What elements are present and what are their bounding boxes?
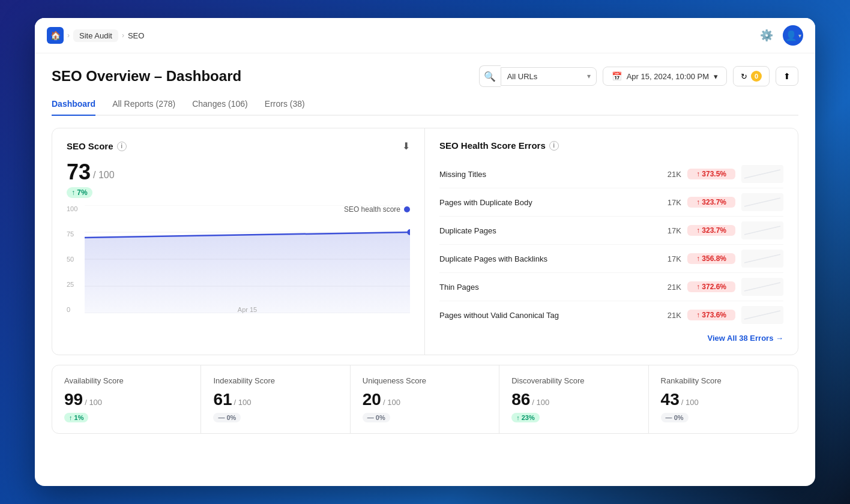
score-card-0: Availability Score 99 / 100 ↑ 1% — [52, 365, 201, 433]
date-picker-button[interactable]: 📅 Apr 15, 2024, 10:00 PM ▾ — [603, 67, 727, 86]
tab-all-reports[interactable]: All Reports (278) — [112, 99, 175, 116]
download-button[interactable]: ⬇ — [402, 140, 410, 152]
mini-chart-4 — [741, 278, 783, 296]
error-count: 21K — [660, 311, 681, 320]
breadcrumb-sep-2: › — [122, 31, 124, 40]
breadcrumb-site-audit[interactable]: Site Audit — [73, 29, 118, 42]
card-score-row-0: 99 / 100 — [64, 391, 188, 408]
card-score-row-2: 20 / 100 — [363, 391, 487, 408]
breadcrumb-sep-1: › — [67, 31, 70, 40]
error-count: 17K — [660, 254, 681, 263]
refresh-icon: ↻ — [741, 72, 747, 81]
seo-score-header: SEO Score i ⬇ — [67, 140, 410, 152]
mini-chart-1 — [741, 193, 783, 211]
error-row: Duplicate Pages 17K ↑ 323.7% — [439, 217, 783, 245]
errors-table: Missing Titles 21K ↑ 373.5% Pages with D… — [439, 160, 783, 329]
seo-health-info-icon[interactable]: i — [549, 141, 559, 151]
settings-button[interactable]: ⚙️ — [756, 25, 777, 46]
score-card-2: Uniqueness Score 20 / 100 — 0% — [351, 365, 499, 433]
card-title-4: Rankability Score — [661, 376, 786, 385]
header-actions: ⚙️ 👤 ▾ — [756, 25, 803, 46]
header-controls: 🔍 All URLs ▾ 📅 Apr 15, 2024, 10:00 PM ▾ … — [479, 65, 798, 87]
error-badge: ↑ 323.7% — [687, 197, 735, 208]
seo-score-panel: SEO Score i ⬇ 73 / 100 ↑ 7% SEO health s… — [52, 128, 425, 355]
avatar-chevron: ▾ — [798, 32, 801, 39]
share-icon: ⬆ — [783, 71, 791, 81]
error-row: Thin Pages 21K ↑ 372.6% — [439, 273, 783, 301]
error-badge: ↑ 373.6% — [687, 310, 735, 320]
mini-chart-5 — [741, 306, 783, 324]
seo-score-change: ↑ 7% — [67, 187, 92, 198]
tab-errors[interactable]: Errors (38) — [265, 99, 305, 116]
url-filter-select[interactable]: All URLs — [501, 67, 597, 86]
search-icon: 🔍 — [479, 65, 501, 87]
y-label-50: 50 — [67, 256, 77, 263]
card-score-0: 99 — [64, 391, 83, 408]
score-card-3: Discoverability Score 86 / 100 ↑ 23% — [499, 365, 648, 433]
card-score-row-4: 43 / 100 — [661, 391, 786, 408]
search-wrap: 🔍 All URLs ▾ — [479, 65, 597, 87]
share-button[interactable]: ⬆ — [776, 67, 798, 86]
card-title-2: Uniqueness Score — [363, 376, 487, 385]
error-row: Pages without Valid Canonical Tag 21K ↑ … — [439, 301, 783, 329]
chart-y-labels: 100 75 50 25 0 — [67, 205, 77, 313]
card-score-denom-2: / 100 — [383, 398, 400, 407]
error-row: Duplicate Pages with Backlinks 17K ↑ 356… — [439, 245, 783, 273]
mini-chart-3 — [741, 250, 783, 268]
card-change-1: — 0% — [213, 413, 241, 422]
y-label-75: 75 — [67, 230, 77, 238]
card-score-denom-0: / 100 — [85, 398, 102, 407]
user-avatar[interactable]: 👤 ▾ — [783, 25, 803, 46]
error-badge: ↑ 323.7% — [687, 225, 735, 236]
main-content: SEO Overview – Dashboard 🔍 All URLs ▾ 📅 … — [35, 53, 815, 446]
error-row: Missing Titles 21K ↑ 373.5% — [439, 160, 783, 188]
page-title-row: SEO Overview – Dashboard 🔍 All URLs ▾ 📅 … — [52, 65, 798, 87]
card-score-2: 20 — [363, 391, 381, 408]
seo-score-value: 73 — [67, 161, 91, 183]
card-score-4: 43 — [661, 391, 680, 408]
error-count: 17K — [660, 226, 681, 235]
seo-score-title: SEO Score i — [67, 141, 127, 151]
tab-bar: Dashboard All Reports (278) Changes (106… — [52, 99, 798, 116]
card-title-0: Availability Score — [64, 376, 188, 385]
card-title-1: Indexability Score — [213, 376, 337, 385]
card-score-denom-1: / 100 — [234, 398, 252, 407]
url-select-wrapper: All URLs ▾ — [501, 67, 597, 86]
card-score-row-3: 86 / 100 — [511, 391, 636, 408]
error-name: Duplicate Pages with Backlinks — [439, 254, 654, 263]
error-name: Thin Pages — [439, 283, 654, 292]
seo-health-panel: SEO Health Score Errors i Missing Titles… — [425, 128, 798, 355]
breadcrumb-seo: SEO — [128, 31, 144, 40]
card-score-1: 61 — [213, 391, 232, 408]
tab-changes[interactable]: Changes (106) — [192, 99, 248, 116]
card-title-3: Discoverability Score — [511, 376, 636, 385]
card-score-denom-4: / 100 — [681, 398, 699, 407]
mini-chart-2 — [741, 221, 783, 239]
page-title: SEO Overview – Dashboard — [52, 68, 241, 85]
card-change-3: ↑ 23% — [511, 413, 540, 422]
y-label-25: 25 — [67, 281, 77, 288]
refresh-button[interactable]: ↻ 0 — [733, 66, 770, 86]
score-card-4: Rankability Score 43 / 100 — 0% — [649, 365, 798, 433]
error-badge: ↑ 356.8% — [687, 253, 735, 264]
card-score-3: 86 — [511, 391, 530, 408]
seo-health-header: SEO Health Score Errors i — [439, 140, 783, 151]
view-all-errors-link[interactable]: View All 38 Errors → — [439, 329, 783, 343]
home-icon[interactable]: 🏠 — [47, 27, 64, 44]
error-row: Pages with Duplicate Body 17K ↑ 323.7% — [439, 188, 783, 217]
score-cards: Availability Score 99 / 100 ↑ 1% Indexab… — [52, 365, 798, 434]
y-label-0: 0 — [67, 306, 77, 313]
dashboard-grid: SEO Score i ⬇ 73 / 100 ↑ 7% SEO health s… — [52, 128, 798, 355]
date-label: Apr 15, 2024, 10:00 PM — [627, 72, 709, 81]
card-change-2: — 0% — [363, 413, 390, 422]
date-chevron-icon: ▾ — [714, 72, 718, 81]
card-score-row-1: 61 / 100 — [213, 391, 337, 408]
error-name: Duplicate Pages — [439, 226, 654, 235]
seo-health-title: SEO Health Score Errors i — [439, 140, 559, 151]
error-count: 21K — [660, 283, 681, 292]
refresh-badge: 0 — [751, 71, 762, 82]
seo-score-info-icon[interactable]: i — [117, 142, 127, 151]
mini-chart-0 — [741, 165, 783, 183]
tab-dashboard[interactable]: Dashboard — [52, 99, 95, 116]
error-name: Missing Titles — [439, 170, 654, 179]
